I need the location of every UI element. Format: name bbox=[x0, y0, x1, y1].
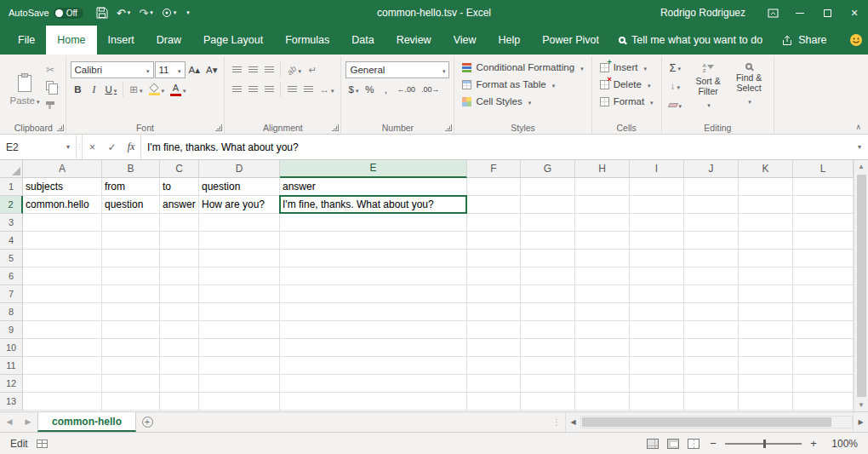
column-header-h[interactable]: H bbox=[575, 160, 630, 178]
cell-i13[interactable] bbox=[630, 393, 684, 411]
cell-k10[interactable] bbox=[739, 339, 793, 357]
cell-b5[interactable] bbox=[102, 250, 160, 267]
cell-j11[interactable] bbox=[684, 357, 739, 375]
row-header-6[interactable]: 6 bbox=[0, 267, 23, 285]
font-name-dropdown-icon[interactable] bbox=[145, 65, 150, 75]
accounting-dropdown-icon[interactable] bbox=[354, 84, 359, 95]
select-all-button[interactable] bbox=[0, 160, 23, 178]
cell-j6[interactable] bbox=[684, 267, 739, 285]
autosave-toggle[interactable]: AutoSave Off bbox=[9, 8, 83, 19]
cell-b11[interactable] bbox=[102, 357, 160, 375]
row-header-2[interactable]: 2 bbox=[0, 196, 23, 214]
font-color-dropdown-icon[interactable] bbox=[181, 84, 186, 95]
column-header-c[interactable]: C bbox=[160, 160, 199, 178]
cell-a12[interactable] bbox=[23, 375, 102, 393]
increase-decimal-button[interactable]: ←.00 bbox=[394, 81, 418, 98]
scroll-down-icon[interactable]: ▼ bbox=[854, 399, 868, 411]
cell-c9[interactable] bbox=[160, 321, 199, 339]
accounting-format-button[interactable]: $ bbox=[345, 81, 361, 98]
zoom-slider-thumb[interactable] bbox=[763, 440, 766, 448]
cell-c1[interactable]: to bbox=[160, 178, 199, 196]
feedback-smiley-button[interactable] bbox=[837, 26, 868, 55]
enter-button[interactable]: ✓ bbox=[102, 135, 122, 159]
cell-l1[interactable] bbox=[793, 178, 854, 196]
cell-g10[interactable] bbox=[521, 339, 575, 357]
fill-dropdown-icon[interactable] bbox=[675, 81, 680, 91]
conditional-formatting-dropdown-icon[interactable] bbox=[579, 62, 584, 72]
cell-l13[interactable] bbox=[793, 393, 854, 411]
tab-page-layout[interactable]: Page Layout bbox=[192, 26, 274, 55]
cell-e9[interactable] bbox=[280, 321, 467, 339]
cell-styles-dropdown-icon[interactable] bbox=[527, 96, 532, 106]
insert-cells-dropdown-icon[interactable] bbox=[642, 62, 647, 72]
column-header-i[interactable]: I bbox=[630, 160, 684, 178]
cell-styles-button[interactable]: Cell Styles bbox=[459, 93, 586, 110]
align-right-button[interactable] bbox=[261, 81, 277, 98]
cell-f8[interactable] bbox=[467, 303, 521, 321]
format-cells-dropdown-icon[interactable] bbox=[648, 96, 654, 106]
cell-k13[interactable] bbox=[739, 393, 793, 411]
cell-c13[interactable] bbox=[160, 393, 199, 411]
cell-e5[interactable] bbox=[280, 250, 467, 267]
font-dialog-launcher[interactable] bbox=[215, 124, 222, 131]
cell-h6[interactable] bbox=[575, 267, 630, 285]
cell-f9[interactable] bbox=[467, 321, 521, 339]
row-header-10[interactable]: 10 bbox=[0, 339, 23, 357]
cell-f2[interactable] bbox=[467, 196, 521, 214]
clipboard-dialog-launcher[interactable] bbox=[57, 124, 64, 131]
cell-l3[interactable] bbox=[793, 214, 854, 232]
cell-f13[interactable] bbox=[467, 393, 521, 411]
fill-color-button[interactable] bbox=[146, 81, 168, 98]
row-header-3[interactable]: 3 bbox=[0, 214, 23, 232]
top-align-button[interactable] bbox=[229, 61, 244, 78]
cell-b3[interactable] bbox=[102, 214, 160, 232]
tab-file[interactable]: File bbox=[7, 26, 46, 55]
cell-f1[interactable] bbox=[467, 178, 521, 196]
cell-i8[interactable] bbox=[630, 303, 684, 321]
normal-view-button[interactable] bbox=[647, 439, 659, 449]
cell-a7[interactable] bbox=[23, 285, 102, 303]
cell-j2[interactable] bbox=[684, 196, 739, 214]
cell-i7[interactable] bbox=[630, 285, 684, 303]
cell-b6[interactable] bbox=[102, 267, 160, 285]
cell-l9[interactable] bbox=[793, 321, 854, 339]
save-button[interactable] bbox=[92, 0, 112, 26]
merge-center-button[interactable]: ↔ bbox=[317, 81, 336, 98]
cell-i12[interactable] bbox=[630, 375, 684, 393]
cell-e10[interactable] bbox=[280, 339, 467, 357]
cell-k2[interactable] bbox=[739, 196, 793, 214]
cell-j13[interactable] bbox=[684, 393, 739, 411]
cell-g7[interactable] bbox=[521, 285, 575, 303]
decrease-font-size-button[interactable]: A▾ bbox=[203, 61, 220, 78]
cell-i11[interactable] bbox=[630, 357, 684, 375]
tab-help[interactable]: Help bbox=[488, 26, 532, 55]
touch-mouse-mode-button[interactable]: ▾ bbox=[157, 0, 181, 26]
cell-e13[interactable] bbox=[280, 393, 467, 411]
zoom-out-button[interactable]: − bbox=[708, 437, 718, 450]
cell-f11[interactable] bbox=[467, 357, 521, 375]
column-header-f[interactable]: F bbox=[467, 160, 521, 178]
tab-insert[interactable]: Insert bbox=[97, 26, 146, 55]
autosum-button[interactable]: Σ bbox=[666, 59, 685, 76]
cell-a11[interactable] bbox=[23, 357, 102, 375]
cell-k1[interactable] bbox=[739, 178, 793, 196]
bold-button[interactable]: B bbox=[71, 81, 86, 98]
cell-g3[interactable] bbox=[521, 214, 575, 232]
cell-b2[interactable]: question bbox=[102, 196, 160, 214]
cell-a13[interactable] bbox=[23, 393, 102, 411]
clear-dropdown-icon[interactable] bbox=[677, 100, 682, 110]
cell-c3[interactable] bbox=[160, 214, 199, 232]
format-painter-button[interactable] bbox=[46, 96, 54, 107]
cell-h8[interactable] bbox=[575, 303, 630, 321]
cell-c4[interactable] bbox=[160, 232, 199, 250]
vertical-scroll-thumb[interactable] bbox=[857, 175, 866, 397]
autosum-dropdown-icon[interactable] bbox=[677, 62, 682, 72]
merge-center-dropdown-icon[interactable] bbox=[329, 84, 334, 95]
cell-k9[interactable] bbox=[739, 321, 793, 339]
name-box[interactable]: E2 ▾ bbox=[0, 135, 77, 159]
cell-l12[interactable] bbox=[793, 375, 854, 393]
cell-c11[interactable] bbox=[160, 357, 199, 375]
column-header-l[interactable]: L bbox=[793, 160, 854, 178]
cell-h3[interactable] bbox=[575, 214, 630, 232]
cell-e7[interactable] bbox=[280, 285, 467, 303]
